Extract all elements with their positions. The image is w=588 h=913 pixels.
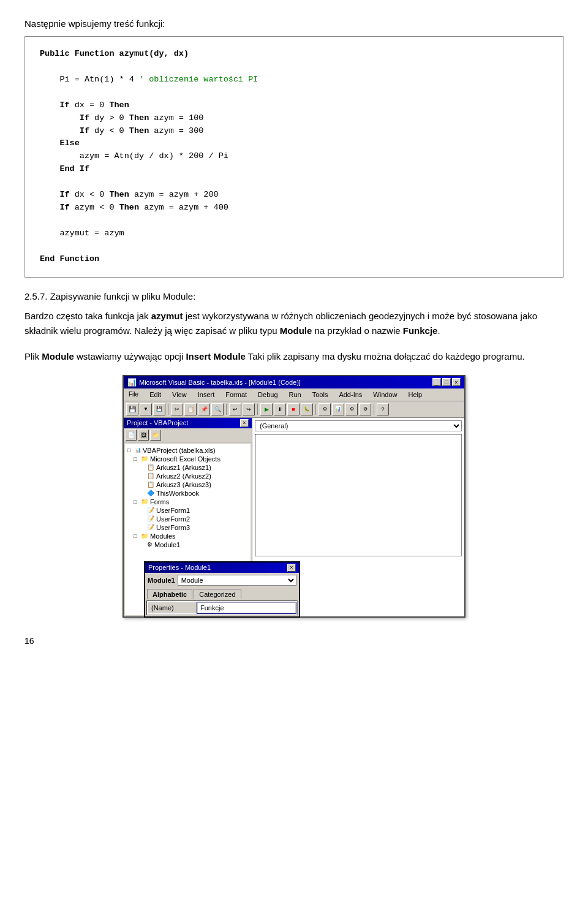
toolbar-btn-7[interactable]: ⚙ xyxy=(345,403,358,415)
tree-root-expand: □ xyxy=(127,447,134,453)
close-button[interactable]: × xyxy=(452,378,461,386)
project-panel-title-text: Project - VBAProject xyxy=(127,419,188,426)
vba-window-container: 📊 Microsoft Visual Basic - tabelka.xls -… xyxy=(123,375,466,618)
properties-val-name[interactable]: Funkcje xyxy=(197,602,296,613)
tree-sheet2-icon: 📋 xyxy=(147,472,154,479)
menu-item-run[interactable]: Run xyxy=(287,390,304,400)
toolbar-pause-btn[interactable]: ⏸ xyxy=(274,403,286,415)
tree-sheet3-label: Arkusz3 (Arkusz3) xyxy=(156,481,211,488)
tree-twb-icon: 🔷 xyxy=(147,490,154,496)
para1-text1: Bardzo często taka funkcja jak xyxy=(24,311,151,321)
toolbar-find-btn[interactable]: 🔍 xyxy=(211,403,224,415)
toolbar-btn-dbg[interactable]: 🐛 xyxy=(301,403,313,415)
tree-twb-expand xyxy=(140,490,146,496)
minimize-button[interactable]: _ xyxy=(432,378,441,386)
menu-item-edit[interactable]: Edit xyxy=(147,390,164,400)
menu-item-debug[interactable]: Debug xyxy=(255,390,280,400)
code-editor-area[interactable] xyxy=(255,434,462,556)
tree-mod1-icon: ⚙ xyxy=(147,541,153,548)
para1-text3: na przykład o nazwie xyxy=(312,325,402,336)
tree-twb-label: ThisWorkbook xyxy=(156,490,199,497)
tree-sheet2-expand xyxy=(140,473,146,479)
toolbar-undo-btn[interactable]: ↩ xyxy=(229,403,241,415)
paragraph2: Plik Module wstawiamy używając opcji Ins… xyxy=(24,349,564,364)
code-line-1: Public Function azymut(dy, dx) xyxy=(40,48,548,61)
toolbar-btn2[interactable]: ▼ xyxy=(140,403,152,415)
tree-modules-folder-icon: 📁 xyxy=(141,532,148,539)
tree-uf2-icon: 📝 xyxy=(147,515,154,522)
menu-item-file[interactable]: File xyxy=(126,390,141,400)
properties-row-name: (Name) Funkcje xyxy=(148,602,296,613)
para2-text2: wstawiamy używając opcji xyxy=(74,351,186,362)
code-line-3: Pi = Atn(1) * 4 ' obliczenie wartości PI xyxy=(40,74,548,86)
toolbar-btn-8[interactable]: ⚙ xyxy=(359,403,371,415)
tree-uf3-icon: 📝 xyxy=(147,524,154,531)
tree-folder-icon: 📁 xyxy=(141,455,148,462)
code-dropdown-left[interactable]: (General) xyxy=(255,420,462,431)
menu-item-window[interactable]: Window xyxy=(371,390,399,400)
tab-alphabetic[interactable]: Alphabetic xyxy=(147,589,192,599)
tree-uf1-label: UserForm1 xyxy=(156,507,190,514)
toolbar-btn-6[interactable]: 📊 xyxy=(332,403,344,415)
toolbar-sep1 xyxy=(168,404,168,415)
menu-item-tools[interactable]: Tools xyxy=(310,390,331,400)
tree-module1[interactable]: ⚙ Module1 xyxy=(127,540,248,549)
toolbar-redo-btn[interactable]: ↪ xyxy=(243,403,255,415)
toolbar-copy-btn[interactable]: 📋 xyxy=(184,403,197,415)
toolbar-sep3 xyxy=(257,404,258,415)
menu-item-format[interactable]: Format xyxy=(223,390,249,400)
project-view-code-btn[interactable]: 📄 xyxy=(126,430,137,441)
maximize-button[interactable]: □ xyxy=(442,378,451,386)
vba-title-bar: 📊 Microsoft Visual Basic - tabelka.xls -… xyxy=(124,376,464,388)
tree-modules[interactable]: □ 📁 Modules xyxy=(127,532,248,540)
tab-categorized[interactable]: Categorized xyxy=(194,589,241,599)
properties-object-select[interactable]: Module xyxy=(178,575,296,586)
tree-sheet1-icon: 📋 xyxy=(147,464,154,471)
properties-grid: (Name) Funkcje xyxy=(146,600,298,615)
tree-forms[interactable]: □ 📁 Forms xyxy=(127,498,248,506)
project-toggle-folders-btn[interactable]: 📁 xyxy=(150,430,161,441)
section-number: 2.5.7. xyxy=(24,291,48,301)
properties-key-name: (Name) xyxy=(148,602,197,613)
tree-root[interactable]: □ 📊 VBAProject (tabelka.xls) xyxy=(127,446,248,455)
tree-sheet3[interactable]: 📋 Arkusz3 (Arkusz3) xyxy=(127,480,248,489)
code-line-12: If dx < 0 Then azym = azym + 200 xyxy=(40,189,548,202)
toolbar-stop-btn[interactable]: ■ xyxy=(287,403,300,415)
paragraph1: Bardzo często taka funkcja jak azymut je… xyxy=(24,309,564,338)
section-heading: 2.5.7. Zapisywanie funkcji w pliku Modul… xyxy=(24,291,564,301)
tree-excel-objects[interactable]: □ 📁 Microsoft Excel Objects xyxy=(127,455,248,463)
tree-userform3[interactable]: 📝 UserForm3 xyxy=(127,523,248,532)
properties-close-btn[interactable]: × xyxy=(287,564,296,572)
toolbar-sep2 xyxy=(226,404,227,415)
toolbar-run-btn[interactable]: ▶ xyxy=(260,403,273,415)
menu-item-addins[interactable]: Add-Ins xyxy=(336,390,364,400)
tree-uf1-expand xyxy=(140,507,146,513)
toolbar-btn-5[interactable]: ⚙ xyxy=(318,403,331,415)
project-view-form-btn[interactable]: 🖼 xyxy=(138,430,149,441)
toolbar-paste-btn[interactable]: 📌 xyxy=(198,403,210,415)
para1-bold2: Module xyxy=(280,325,312,336)
vba-ide-window: 📊 Microsoft Visual Basic - tabelka.xls -… xyxy=(24,375,564,618)
tree-thisworkbook[interactable]: 🔷 ThisWorkbook xyxy=(127,489,248,498)
code-line-7: If dy < 0 Then azym = 300 xyxy=(40,125,548,138)
code-line-6: If dy > 0 Then azym = 100 xyxy=(40,112,548,125)
tree-userform1[interactable]: 📝 UserForm1 xyxy=(127,506,248,515)
tree-userform2[interactable]: 📝 UserForm2 xyxy=(127,515,248,523)
tree-sheet1[interactable]: 📋 Arkusz1 (Arkusz1) xyxy=(127,463,248,472)
menu-item-view[interactable]: View xyxy=(170,390,189,400)
toolbar-help-btn[interactable]: ? xyxy=(377,403,389,415)
code-box: Public Function azymut(dy, dx) Pi = Atn(… xyxy=(24,36,564,278)
vba-toolbar: 💾 ▼ 💾 ✂ 📋 📌 🔍 ↩ ↪ ▶ ⏸ ■ 🐛 ⚙ 📊 ⚙ ⚙ ? xyxy=(124,401,464,418)
toolbar-btn3[interactable]: 💾 xyxy=(153,403,165,415)
toolbar-cut-btn[interactable]: ✂ xyxy=(171,403,183,415)
tree-forms-expand: □ xyxy=(134,499,140,505)
para1-bold1: azymut xyxy=(151,311,183,321)
project-close-btn[interactable]: × xyxy=(240,419,249,427)
tree-excel-label: Microsoft Excel Objects xyxy=(150,455,221,463)
menu-item-help[interactable]: Help xyxy=(405,390,424,400)
toolbar-save-btn[interactable]: 💾 xyxy=(126,403,138,415)
code-panel-header: (General) xyxy=(255,420,462,431)
tree-root-icon: 📊 xyxy=(135,447,141,453)
tree-sheet2[interactable]: 📋 Arkusz2 (Arkusz2) xyxy=(127,472,248,480)
menu-item-insert[interactable]: Insert xyxy=(195,390,217,400)
